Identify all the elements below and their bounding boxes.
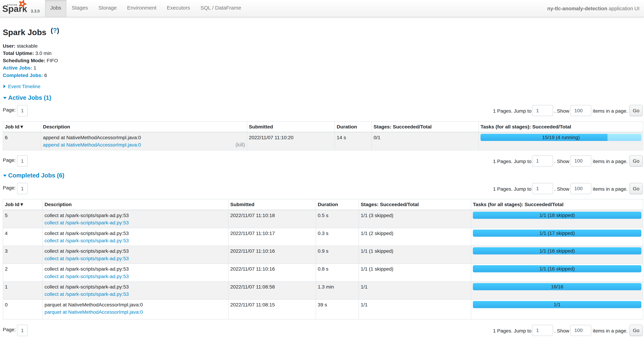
svg-text:TM: TM (25, 11, 27, 13)
